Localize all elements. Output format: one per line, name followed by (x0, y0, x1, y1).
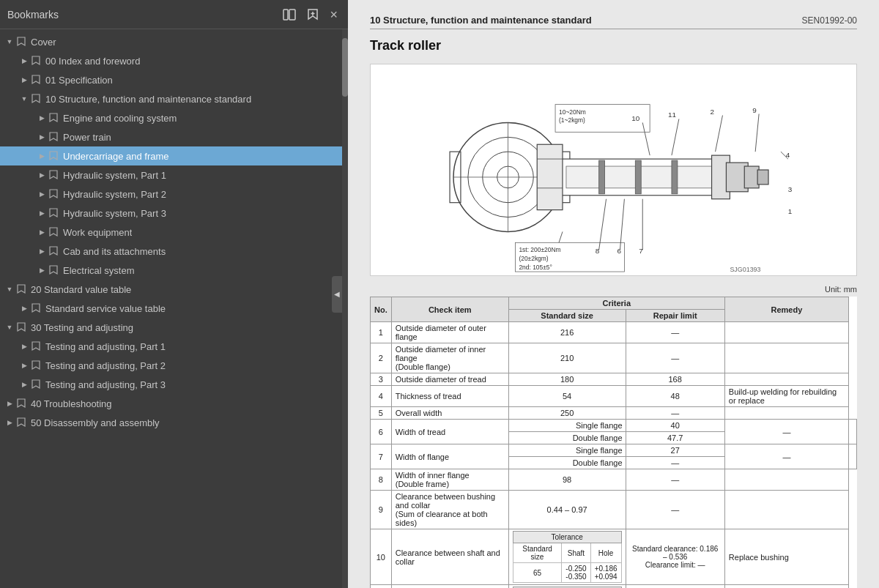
doc-title: Track roller (370, 38, 857, 53)
cell-check: Interference between roller and bushing (391, 585, 508, 589)
tree-item-standard-svc[interactable]: Standard service value table (0, 299, 348, 318)
svg-text:(1~2kgm): (1~2kgm) (559, 116, 585, 124)
bookmark-icon (48, 245, 59, 257)
tree-item-40-trouble[interactable]: 40 Troubleshooting (0, 394, 348, 413)
tree-item-30-testing[interactable]: 30 Testing and adjusting (0, 318, 348, 337)
cell-std: 0.44 – 0.97 (508, 491, 626, 529)
bookmark-icon (16, 417, 26, 428)
scrollbar-thumb[interactable] (342, 38, 348, 97)
cell-check: Width of inner flange(Double frame) (391, 469, 508, 491)
toggle-arrow (4, 37, 15, 47)
table-row: 3 Outside diameter of tread 180 168 (371, 373, 857, 386)
toggle-arrow (37, 151, 47, 161)
toggle-arrow (19, 56, 29, 66)
cell-check: Width of flange (391, 444, 508, 469)
toggle-arrow (37, 132, 47, 142)
cell-repair: — (626, 343, 724, 373)
svg-text:9: 9 (752, 106, 757, 114)
bookmark-icon (48, 207, 59, 219)
cell-remedy (724, 343, 848, 373)
cell-no: 10 (371, 529, 392, 585)
item-label: Testing and adjusting, Part 1 (45, 341, 166, 352)
table-row: 10 Clearance between shaft and collar To… (371, 529, 857, 585)
svg-text:2: 2 (711, 108, 715, 116)
bookmark-icon (16, 321, 26, 333)
add-bookmark-button[interactable] (303, 7, 322, 22)
cell-no: 6 (371, 420, 392, 444)
tree-item-powertrain[interactable]: Power train (0, 127, 348, 146)
tree-item-hydraulic1[interactable]: Hydraulic system, Part 1 (0, 165, 348, 185)
bookmark-icon (48, 131, 59, 143)
toggle-arrow (4, 322, 15, 332)
cell-no: 11 (371, 585, 392, 589)
cell-std: 210 (508, 343, 626, 373)
scrollbar-track[interactable] (342, 29, 348, 588)
bookmark-grid-icon (283, 9, 296, 21)
tree-item-10-struct[interactable]: 10 Structure, function and maintenance s… (0, 89, 348, 108)
item-label: 01 Specification (45, 75, 113, 86)
svg-text:11: 11 (668, 111, 677, 119)
table-row: 9 Clearance between bushing and collar(S… (371, 491, 857, 529)
item-label: Cover (31, 37, 56, 48)
bookmark-icon (16, 398, 26, 409)
bookmarks-panel: Bookmarks × Cover00 Index and foreword01 (0, 0, 348, 588)
cell-remedy (724, 407, 848, 420)
tree-item-hydraulic2[interactable]: Hydraulic system, Part 2 (0, 185, 348, 204)
bookmark-icon (48, 150, 59, 162)
cell-no: 7 (371, 444, 392, 469)
cell-repair: — (626, 469, 724, 491)
tree-item-50-disassembly[interactable]: 50 Disassembly and assembly (0, 413, 348, 432)
tree-item-cover[interactable]: Cover (0, 32, 348, 51)
toggle-arrow (37, 170, 47, 180)
unit-label: Unit: mm (370, 285, 857, 294)
toggle-arrow (4, 398, 15, 409)
spec-table: No. Check item Criteria Remedy Standard … (370, 297, 857, 588)
tree-item-testing3[interactable]: Testing and adjusting, Part 3 (0, 375, 348, 394)
tree-item-electrical[interactable]: Electrical system (0, 261, 348, 280)
cell-check: Outside diameter of outer flange (391, 322, 508, 343)
doc-ref: SEN01992-00 (802, 15, 857, 26)
tree-item-01-spec[interactable]: 01 Specification (0, 70, 348, 89)
cell-std: 54 (508, 386, 626, 407)
cell-std: 216 (508, 322, 626, 343)
bookmark-icon (31, 360, 41, 371)
tree-item-20-standard[interactable]: 20 Standard value table (0, 280, 348, 299)
tree-item-testing2[interactable]: Testing and adjusting, Part 2 (0, 356, 348, 375)
cell-remedy (724, 373, 848, 386)
item-label: Hydraulic system, Part 2 (63, 189, 166, 200)
tree-item-testing1[interactable]: Testing and adjusting, Part 1 (0, 337, 348, 356)
cell-repair: — (626, 491, 724, 529)
tree-item-work-equip[interactable]: Work equipment (0, 223, 348, 242)
bookmark-icon (31, 302, 41, 314)
collapse-arrow-icon: ◀ (334, 290, 340, 298)
item-label: Testing and adjusting, Part 2 (45, 360, 166, 371)
cell-repair: — (724, 420, 848, 444)
panel-header: Bookmarks × (0, 0, 348, 29)
track-roller-diagram: 10 11 2 9 4 3 1 10~20Nm (1~2kgm) 1st: 20… (371, 64, 856, 275)
svg-text:4: 4 (786, 151, 790, 159)
tree-item-undercarriage[interactable]: Undercarriage and frame (0, 146, 348, 165)
cell-sub-label: Double flange (508, 432, 626, 444)
col-repair: Repair limit (626, 310, 724, 322)
cell-sub-label: Single flange (508, 444, 626, 457)
svg-text:1st: 200±20Nm: 1st: 200±20Nm (519, 246, 560, 253)
cell-check: Width of tread (391, 420, 508, 444)
bookmark-view-button[interactable] (280, 7, 299, 22)
tree-item-00-index[interactable]: 00 Index and foreword (0, 51, 348, 70)
cell-remedy: Replace bushing (724, 529, 848, 585)
tree-item-engine[interactable]: Engine and cooling system (0, 108, 348, 127)
cell-std: 98 (508, 469, 626, 491)
close-panel-button[interactable]: × (327, 7, 341, 23)
cell-remedy: — (724, 585, 848, 589)
doc-header: 10 Structure, function and maintenance s… (370, 15, 857, 29)
item-label: Testing and adjusting, Part 3 (45, 379, 166, 390)
cell-repair: Standard: 0.014 – 0.144 Limit: — (626, 585, 724, 589)
collapse-handle[interactable]: ◀ (332, 276, 342, 313)
tree-item-hydraulic3[interactable]: Hydraulic system, Part 3 (0, 204, 348, 223)
tree-item-cab[interactable]: Cab and its attachments (0, 242, 348, 261)
add-bookmark-icon (306, 9, 319, 21)
cell-remedy (724, 491, 848, 529)
toggle-arrow (19, 379, 29, 390)
item-label: 40 Troubleshooting (31, 398, 112, 409)
cell-remedy (848, 420, 856, 444)
